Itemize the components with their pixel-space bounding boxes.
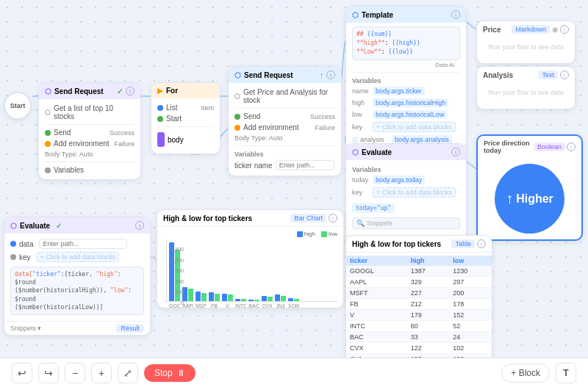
table-cell: 212 xyxy=(407,299,450,310)
price-dir-info[interactable]: i xyxy=(567,142,576,151)
chart-legend: high low xyxy=(297,231,337,237)
template-node[interactable]: ⬡ Template i ## {{num}} **high**: {{high… xyxy=(345,6,467,150)
table-type: Table xyxy=(451,239,475,248)
x-label: V xyxy=(222,303,233,308)
eval-data-input[interactable] xyxy=(39,239,127,249)
x-label: MSFT xyxy=(196,303,207,308)
evaluate-code: data["ticker":{ticker, "high": $round($n… xyxy=(10,267,144,315)
table-cell: 60 xyxy=(407,321,450,332)
legend-high: high xyxy=(297,231,315,237)
evaluate-snippets[interactable]: Snippets▾ xyxy=(10,325,41,332)
bar-high xyxy=(209,292,214,301)
table-row: BAC3324 xyxy=(346,332,492,343)
table-info[interactable]: i xyxy=(477,239,486,248)
stop-button[interactable]: Stop ⏸ xyxy=(144,364,196,382)
template-info[interactable]: i xyxy=(451,10,460,19)
start-node[interactable]: Start xyxy=(4,92,32,120)
undo-button[interactable]: ↩ xyxy=(12,363,32,383)
eval-vars-info[interactable]: i xyxy=(451,148,460,156)
send1-bodytype[interactable]: Body Type: Auto xyxy=(45,149,135,159)
canvas[interactable]: Start ⬡ Send Request ✓ i ⬡ Get a list of… xyxy=(0,0,588,358)
table-cell: V xyxy=(346,310,407,321)
chart-info[interactable]: i xyxy=(329,214,337,223)
evaluate-node[interactable]: ⬡ Evaluate ✓ i data key + Click to add d… xyxy=(4,217,151,336)
template-code: ## {{num}} **high**: {{high}} **Low**: {… xyxy=(352,26,460,60)
add-block-button[interactable]: + Block xyxy=(501,364,550,383)
table-cell: FB xyxy=(346,299,407,310)
bar-high xyxy=(235,299,240,301)
table-row: FB212178 xyxy=(346,299,492,310)
price-dir-type: Boolean xyxy=(534,142,565,151)
template-var-low: low body.args.historicalLow xyxy=(352,109,460,120)
bar-group xyxy=(275,294,286,301)
send1-info[interactable]: i xyxy=(126,87,135,95)
legend-low: low xyxy=(321,231,337,237)
zoom-in-button[interactable]: + xyxy=(91,363,112,383)
bar-high xyxy=(248,300,254,301)
for-item: Item xyxy=(201,104,214,112)
table-row: V179152 xyxy=(346,310,492,321)
table-col-header: high xyxy=(407,256,450,266)
table-cell: BAC xyxy=(346,332,407,343)
analysis-info[interactable]: i xyxy=(560,70,569,79)
evaluate-info[interactable]: i xyxy=(135,221,144,230)
send2-bodytype[interactable]: Body Type: Auto xyxy=(234,133,335,143)
chart-body: 1,400 1,200 800 400 200 0 GOOGLAAPLMSFTF… xyxy=(163,239,337,308)
eval-key-add[interactable]: + Click to add data blocks xyxy=(37,252,120,262)
text-button[interactable]: T xyxy=(556,363,576,383)
template-var-name: name body.args.ticker xyxy=(352,85,460,97)
bar-high xyxy=(275,294,280,301)
eval-search[interactable]: 🔍 Snippets xyxy=(352,217,460,229)
price-direction-node[interactable]: Price direction today Boolean i ↑ Higher xyxy=(476,134,583,241)
bar-low xyxy=(188,289,193,301)
add-block-label: + Block xyxy=(511,368,540,378)
bar-low xyxy=(228,294,233,301)
price-node[interactable]: Price Markdown ⊕ i Run your flow to see … xyxy=(476,21,576,64)
fit-button[interactable]: ⤢ xyxy=(118,363,138,383)
redo-button[interactable]: ↪ xyxy=(38,363,59,383)
template-var-high: high body.args.historicalHigh xyxy=(352,97,460,109)
bar-group xyxy=(209,292,220,301)
eval-today-up: today="up" xyxy=(352,203,395,213)
for-node[interactable]: ▶ For List Item Start body xyxy=(151,82,220,154)
eval-var-key: key + Click to add data blocks xyxy=(352,186,460,199)
for-start: Start xyxy=(166,115,182,123)
evaluate-body: data key + Click to add data blocks data… xyxy=(4,234,150,319)
evaluate-result[interactable]: Result xyxy=(116,324,144,333)
send1-success: Success xyxy=(110,129,135,137)
x-label: JNJ xyxy=(275,303,286,308)
analysis-type: Text xyxy=(538,70,558,79)
chart-area: high low 1,400 1,200 800 400 200 0 xyxy=(157,227,343,308)
price-dir-display: ↑ Higher xyxy=(478,158,581,239)
evaluate-vars-node[interactable]: ⬡ Evaluate i Variables today body.args.t… xyxy=(345,143,467,250)
price-info[interactable]: i xyxy=(560,25,569,34)
send1-title: Send Request xyxy=(54,87,104,95)
table-cell: 179 xyxy=(407,310,450,321)
bar-high xyxy=(262,296,267,301)
send2-addenv: Add environment xyxy=(243,123,299,131)
bar-group xyxy=(248,300,259,301)
chart-node[interactable]: High & low for top tickers Bar Chart i h… xyxy=(157,209,344,308)
send-request-1-node[interactable]: ⬡ Send Request ✓ i ⬡ Get a list of top 1… xyxy=(38,82,141,180)
send1-desc: Get a list of top 10 stocks xyxy=(54,104,135,120)
stop-label: Stop xyxy=(154,368,173,378)
send2-info[interactable]: i xyxy=(326,70,335,79)
send-request-2-node[interactable]: ⬡ Send Request ↑ i ⬡ Get Price and Analy… xyxy=(228,66,342,176)
table-cell: 24 xyxy=(449,332,492,343)
send2-ticker-input[interactable] xyxy=(276,160,334,170)
eval-key-label: key xyxy=(19,253,31,261)
price-header: Price Markdown ⊕ i xyxy=(477,21,575,37)
bar-group xyxy=(196,292,207,301)
table-cell: AAPL xyxy=(346,277,407,288)
table-row: AAPL329297 xyxy=(346,277,492,288)
table-cell: 152 xyxy=(449,310,492,321)
chart-bars-container: GOOGLAAPLMSFTFBVINTCBACCVXJNJXOM xyxy=(166,239,337,308)
for-list: List xyxy=(166,104,178,112)
table-node[interactable]: High & low for top tickers Table i ticke… xyxy=(345,235,492,358)
table-cell: 227 xyxy=(407,288,450,299)
table-cell: 33 xyxy=(407,332,450,343)
zoom-out-button[interactable]: − xyxy=(65,363,85,383)
x-label: BAC xyxy=(248,303,259,308)
data-table: tickerhighlowGOOGL13871230AAPL329297MSFT… xyxy=(346,256,492,358)
analysis-node[interactable]: Analysis Text i Run your flow to see dat… xyxy=(476,66,576,109)
